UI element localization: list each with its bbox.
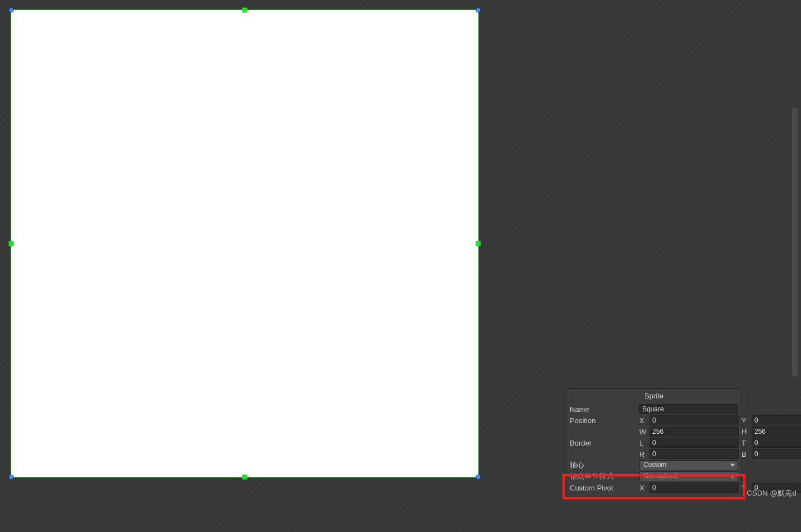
handle-top-mid[interactable]: [242, 8, 248, 13]
position-h-label: H: [742, 428, 749, 436]
panel-title: Sprite: [566, 389, 742, 403]
border-l-label: L: [639, 439, 647, 447]
position-y-field[interactable]: [752, 415, 801, 425]
name-label: Name: [570, 405, 637, 414]
handle-top-right[interactable]: [476, 8, 481, 13]
border-label: Border: [570, 439, 637, 447]
handle-right-mid[interactable]: [476, 241, 481, 246]
pivot-label: 轴心: [570, 460, 637, 470]
position-x-label: X: [639, 416, 647, 425]
border-b-label: B: [742, 450, 749, 458]
handle-top-left[interactable]: [9, 8, 14, 13]
border-r-label: R: [639, 450, 647, 458]
handle-bottom-mid[interactable]: [242, 475, 248, 480]
handle-bottom-right[interactable]: [476, 475, 481, 480]
border-t-label: T: [742, 439, 749, 447]
custom-pivot-x-label: X: [639, 484, 647, 492]
position-w-label: W: [639, 428, 647, 436]
custom-pivot-x-field[interactable]: [649, 483, 739, 493]
border-l-field[interactable]: [649, 438, 739, 448]
pivot-unit-mode-dropdown[interactable]: Normalized: [639, 471, 738, 481]
custom-pivot-label: Custom Pivot: [570, 484, 637, 492]
handle-bottom-left[interactable]: [9, 475, 14, 480]
position-h-field[interactable]: [752, 426, 801, 437]
border-t-field[interactable]: [752, 438, 801, 448]
watermark-text: CSDN @默克d: [747, 488, 797, 498]
pivot-dropdown[interactable]: Custom: [639, 460, 738, 470]
sprite-canvas[interactable]: [11, 10, 478, 477]
scrollbar[interactable]: [792, 108, 798, 377]
position-x-field[interactable]: [649, 415, 739, 425]
position-y-label: Y: [742, 416, 749, 425]
position-w-field[interactable]: [649, 426, 739, 437]
border-r-field[interactable]: [649, 449, 739, 459]
position-label: Position: [570, 416, 637, 425]
handle-left-mid[interactable]: [9, 241, 14, 246]
sprite-inspector-panel: Sprite Name Position X Y W H Border L: [566, 388, 742, 497]
name-field[interactable]: [639, 404, 738, 414]
pivot-unit-mode-label: 轴点单位模式: [570, 471, 637, 481]
border-b-field[interactable]: [752, 449, 801, 459]
